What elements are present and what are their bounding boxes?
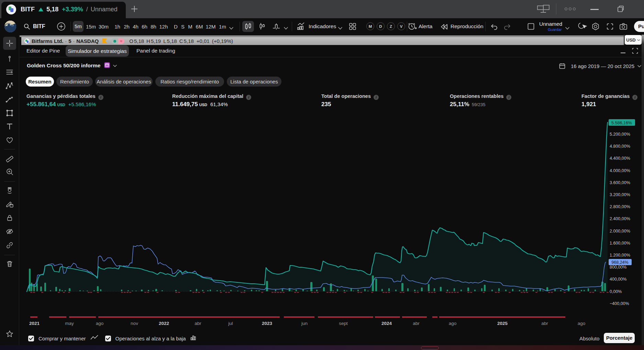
svg-text:ago: ago	[96, 321, 104, 326]
svg-text:nov: nov	[131, 321, 138, 326]
svg-text:800,00%: 800,00%	[610, 265, 626, 270]
svg-text:abr: abr	[541, 321, 548, 326]
svg-text:ago: ago	[578, 321, 586, 326]
svg-text:jul: jul	[228, 321, 233, 326]
svg-text:400,00%: 400,00%	[610, 277, 626, 282]
svg-text:4.800,00%: 4.800,00%	[610, 144, 630, 149]
svg-text:2.000,00%: 2.000,00%	[610, 229, 630, 234]
svg-text:sept: sept	[339, 321, 348, 326]
svg-text:2022: 2022	[159, 321, 169, 326]
svg-text:1.600,00%: 1.600,00%	[610, 241, 630, 246]
svg-text:3.200,00%: 3.200,00%	[610, 192, 630, 197]
svg-text:5.200,00%: 5.200,00%	[610, 132, 630, 137]
svg-text:2023: 2023	[262, 321, 273, 326]
svg-text:jun: jun	[301, 321, 308, 326]
svg-text:may: may	[65, 321, 74, 326]
svg-text:2.800,00%: 2.800,00%	[610, 204, 630, 209]
svg-text:2.400,00%: 2.400,00%	[610, 216, 630, 221]
svg-text:5.586,16%: 5.586,16%	[611, 121, 632, 125]
svg-text:3.600,00%: 3.600,00%	[610, 180, 630, 185]
svg-text:abr: abr	[413, 321, 420, 326]
svg-text:−400,00%: −400,00%	[610, 301, 629, 306]
svg-text:abr: abr	[195, 321, 201, 326]
svg-text:0,00%: 0,00%	[610, 289, 622, 294]
svg-text:4.400,00%: 4.400,00%	[610, 156, 630, 161]
svg-text:ago: ago	[449, 321, 457, 326]
svg-text:968,24%: 968,24%	[611, 260, 628, 265]
svg-text:1.200,00%: 1.200,00%	[610, 253, 630, 258]
svg-text:4.000,00%: 4.000,00%	[610, 168, 630, 173]
svg-text:2025: 2025	[497, 321, 508, 326]
svg-text:2021: 2021	[29, 321, 40, 326]
svg-text:2024: 2024	[381, 321, 392, 326]
